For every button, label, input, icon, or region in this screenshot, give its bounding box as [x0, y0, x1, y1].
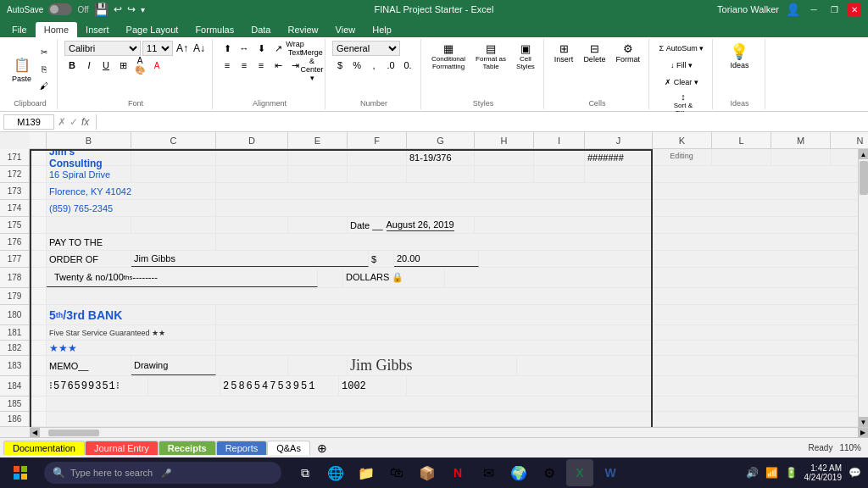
cell-d183[interactable]	[216, 356, 288, 375]
cell-a177[interactable]	[30, 251, 47, 267]
minimize-button[interactable]: ─	[807, 3, 821, 16]
currency-button[interactable]: $	[332, 58, 348, 73]
col-header-f[interactable]: F	[348, 132, 407, 149]
vertical-scrollbar[interactable]: ▲ ▼	[858, 149, 868, 427]
cell-f177[interactable]: 20.00	[394, 251, 479, 267]
col-header-i[interactable]: I	[534, 132, 585, 149]
inc-decimal-button[interactable]: .0	[383, 58, 398, 73]
font-size-select[interactable]: 11	[142, 41, 173, 56]
cell-a174[interactable]	[30, 200, 47, 216]
cell-e172[interactable]	[288, 166, 348, 182]
cell-i172[interactable]	[534, 166, 585, 182]
col-header-k[interactable]: K	[653, 132, 712, 149]
paste-button[interactable]: 📋 Paste	[8, 54, 35, 85]
cell-a183[interactable]	[30, 356, 47, 375]
format-button[interactable]: ⚙ Format	[612, 41, 643, 65]
tab-data[interactable]: Data	[242, 22, 279, 37]
italic-button[interactable]: I	[81, 58, 97, 73]
sound-icon[interactable]: 🔊	[746, 467, 759, 479]
fill-button[interactable]: ↓ Fill ▾	[656, 58, 707, 73]
merge-center-button[interactable]: Merge & Center ▾	[304, 58, 320, 73]
row-num-173[interactable]: 173	[0, 183, 29, 200]
battery-icon[interactable]: 🔋	[785, 467, 798, 479]
cell-a171[interactable]	[30, 149, 47, 165]
col-header-e[interactable]: E	[288, 132, 348, 149]
cell-e175[interactable]	[288, 217, 348, 233]
cell-d171[interactable]	[216, 149, 288, 165]
network-icon[interactable]: 📶	[765, 467, 778, 479]
cell-c171[interactable]	[131, 149, 216, 165]
redo-icon[interactable]: ↪	[127, 3, 136, 15]
underline-button[interactable]: U	[98, 58, 114, 73]
cell-b182[interactable]: ★★★	[47, 341, 216, 355]
col-header-n[interactable]: N	[831, 132, 868, 149]
scroll-down-button[interactable]: ▼	[859, 417, 869, 427]
cell-b171[interactable]: Jim's Consulting	[47, 149, 131, 165]
cell-c177[interactable]: Jim Gibbs	[131, 251, 369, 267]
cell-f171[interactable]	[348, 149, 407, 165]
insert-button[interactable]: ⊞ Insert	[551, 41, 577, 65]
number-format-select[interactable]: General	[332, 41, 400, 56]
cell-e171[interactable]	[288, 149, 348, 165]
indent-dec-button[interactable]: ⇤	[270, 58, 286, 73]
row-num-176[interactable]: 176	[0, 234, 29, 251]
tab-receipts[interactable]: Receipts	[159, 441, 216, 455]
comma-button[interactable]: ,	[366, 58, 381, 73]
explorer-button[interactable]: 📁	[353, 459, 380, 486]
border-button[interactable]: ⊞	[115, 58, 131, 73]
clear-button[interactable]: ✗ Clear ▾	[656, 75, 707, 90]
cell-m171[interactable]	[771, 149, 831, 165]
conditional-formatting-button[interactable]: ▦ ConditionalFormatting	[428, 41, 469, 72]
tab-insert[interactable]: Insert	[77, 22, 118, 37]
cell-g171[interactable]: 81-19/376	[407, 149, 475, 165]
clock[interactable]: 1:42 AM 4/24/2019	[804, 463, 843, 482]
cell-a180[interactable]	[30, 305, 47, 324]
cell-c184[interactable]	[148, 376, 220, 396]
col-header-b[interactable]: B	[47, 132, 131, 149]
cell-e178[interactable]	[318, 268, 343, 287]
angle-text-button[interactable]: ↗	[270, 41, 286, 56]
cell-a172[interactable]	[30, 166, 47, 182]
excel-button[interactable]: X	[566, 459, 593, 486]
autosum-button[interactable]: Σ AutoSum ▾	[656, 41, 707, 56]
row-num-183[interactable]: 183	[0, 356, 29, 376]
task-view-button[interactable]: ⧉	[292, 459, 319, 486]
row-num-177[interactable]: 177	[0, 251, 29, 268]
col-header-h[interactable]: H	[475, 132, 534, 149]
tab-page-layout[interactable]: Page Layout	[118, 22, 187, 37]
col-header-j[interactable]: J	[585, 132, 653, 149]
row-num-174[interactable]: 174	[0, 200, 29, 217]
format-as-table-button[interactable]: ▤ Format asTable	[472, 41, 509, 72]
cell-d172[interactable]	[216, 166, 288, 182]
font-name-select[interactable]: Calibri	[64, 41, 141, 56]
dropbox-button[interactable]: 📦	[414, 459, 441, 486]
cell-b173[interactable]: Florence, KY 41042	[47, 183, 216, 199]
cell-a173[interactable]	[30, 183, 47, 199]
cell-e184[interactable]: 1002	[339, 376, 407, 396]
row-num-180[interactable]: 180	[0, 305, 29, 325]
cell-a184[interactable]	[30, 376, 47, 396]
tab-view[interactable]: View	[327, 22, 364, 37]
col-header-d[interactable]: D	[216, 132, 288, 149]
cell-d184[interactable]: 258654753951	[220, 376, 339, 396]
function-icon[interactable]: ✗	[58, 116, 66, 128]
cell-b184[interactable]: ⁝576599351⁝	[47, 376, 148, 396]
name-box[interactable]	[3, 114, 54, 130]
formula-input[interactable]	[103, 117, 865, 127]
tab-add-button[interactable]: ⊕	[310, 440, 334, 457]
tab-help[interactable]: Help	[364, 22, 400, 37]
cell-a186[interactable]	[30, 412, 47, 426]
tab-home[interactable]: Home	[36, 22, 77, 37]
tab-journal-entry[interactable]: Journal Entry	[85, 441, 159, 455]
tab-file[interactable]: File	[3, 22, 36, 37]
cell-k171[interactable]	[653, 149, 712, 165]
scroll-thumb-h[interactable]	[48, 430, 99, 436]
cell-a176[interactable]	[30, 234, 47, 250]
col-header-c[interactable]: C	[131, 132, 216, 149]
word-button[interactable]: W	[597, 459, 624, 486]
scroll-thumb-v[interactable]	[860, 161, 868, 195]
cell-d175[interactable]	[216, 217, 288, 233]
scroll-track-h[interactable]	[40, 430, 858, 436]
align-top-button[interactable]: ⬆	[220, 41, 235, 56]
row-num-181[interactable]: 181	[0, 325, 29, 341]
